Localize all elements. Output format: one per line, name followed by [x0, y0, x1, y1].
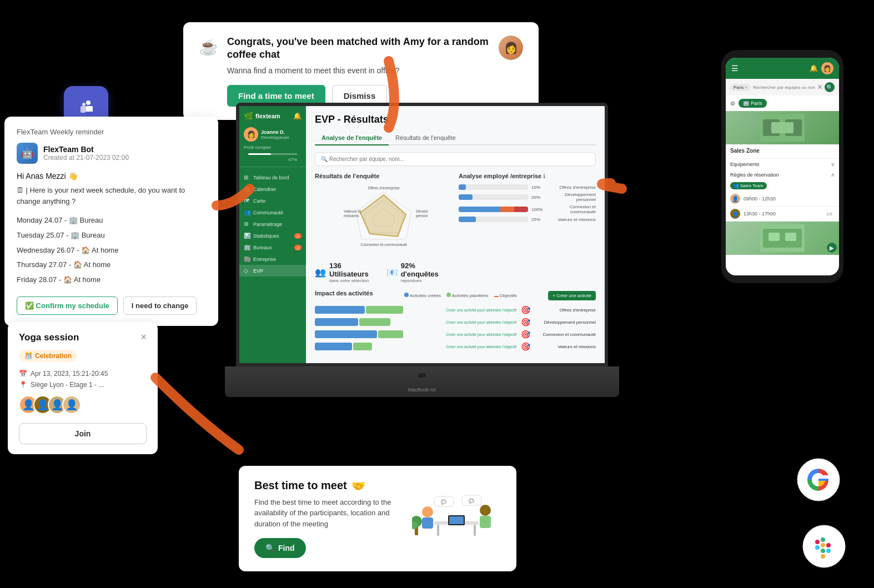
sidebar-label-map: Carte	[253, 198, 265, 204]
sidebar-label-stats: Statistiques	[253, 233, 279, 239]
stat-surveys-label: répondues	[401, 278, 452, 283]
find-button[interactable]: 🔍 Find	[254, 538, 306, 558]
phone-topbar-right: 🔔 👩	[810, 62, 833, 74]
schedule-thursday: Thursday 27.07 - 🏠 At home	[17, 258, 206, 273]
bar-pct-dev: 20%	[531, 195, 548, 200]
impact-row-connexion: Créer une activité pour atteindre l'obje…	[315, 330, 596, 339]
phone-topbar: ☰ 🔔 👩	[726, 58, 839, 79]
video-icon: ▶	[827, 243, 837, 253]
yoga-title: Yoga session	[19, 332, 79, 343]
laptop-screen: 🌿 flexteam 🔔 👩 Joanne D. Développeuse Pr…	[236, 103, 608, 366]
svg-rect-12	[437, 525, 439, 536]
notification-bell-icon[interactable]: 🔔	[293, 112, 302, 120]
meeting-illustration: 💬 💬	[412, 491, 501, 546]
offices-badge: △	[294, 245, 302, 250]
weekly-card-actions: ✅ Confirm my schedule I need to change	[17, 296, 206, 315]
chevron-up-icon: ∧	[831, 172, 835, 178]
tab-analyse[interactable]: Analyse de l'enquête	[315, 131, 389, 145]
close-button[interactable]: ×	[140, 332, 147, 342]
phone-search-icon[interactable]: 🔍	[825, 82, 835, 92]
impact-bar-planned-offres	[366, 306, 403, 314]
bar-label-connexion: Connexion et communauté	[551, 204, 596, 214]
svg-marker-4	[360, 195, 406, 237]
phone-bell-icon[interactable]: 🔔	[810, 64, 818, 72]
team-label: Sales Team	[740, 183, 764, 188]
slack-logo-container	[802, 524, 846, 569]
bar-fill-valeurs	[459, 217, 476, 222]
yoga-location-detail: 📍 Siège Lyon - Etage 1 - ...	[19, 381, 147, 389]
confirm-schedule-button[interactable]: ✅ Confirm my schedule	[17, 296, 118, 315]
user-details: Joanne D. Développeuse	[261, 129, 302, 140]
chevron-down-icon: ∨	[831, 161, 835, 167]
svg-rect-39	[821, 537, 825, 542]
sidebar-item-dashboard[interactable]: ⊞Tableau de bord	[239, 172, 306, 183]
bar-row-offres: 10% Offres d'entreprise	[459, 184, 596, 190]
best-time-description: Find the best time to meet according to …	[254, 497, 401, 530]
radar-chart: Offres d'entreprise Développement person…	[315, 184, 452, 256]
sidebar-item-map[interactable]: 🗺Carte	[239, 195, 306, 207]
sidebar-item-community[interactable]: 👥Communauté	[239, 207, 306, 218]
bar-row-dev: 20% Développement personnel	[459, 192, 596, 202]
bar-pct-offres: 10%	[531, 185, 548, 190]
sidebar-nav: ⊞Tableau de bord 📅Calendrier 🗺Carte 👥Com…	[239, 167, 306, 363]
search-clear-icon[interactable]: ×	[817, 82, 822, 92]
menu-icon[interactable]: ☰	[731, 64, 739, 73]
legend-created: Activités créées	[404, 293, 441, 298]
stat-users: 👥 136 Utilisateurs dans votre sélection	[315, 262, 380, 283]
schedule-wednesday: Wednesday 26.07 - 🏠 At home	[17, 243, 206, 258]
svg-point-16	[480, 505, 491, 516]
svg-rect-15	[422, 517, 433, 529]
room-1-info: Sales Zone	[726, 144, 839, 159]
coffee-icon: ☕	[199, 38, 218, 56]
impact-label-valeurs: Valeurs et missions	[535, 344, 596, 349]
yoga-location: Siège Lyon - Etage 1 - ...	[31, 381, 104, 389]
phone-search-bar: Paris × × 🔍	[726, 79, 839, 96]
change-schedule-button[interactable]: I need to change	[123, 296, 197, 315]
impact-label-offres: Offres d'entreprise	[535, 308, 596, 313]
bar-track-offres	[459, 184, 528, 190]
settings-icon: ⚙	[244, 221, 250, 227]
user-name: Joanne D.	[261, 129, 302, 135]
best-time-body: Best time to meet 🤝 Find the best time t…	[254, 479, 401, 559]
bar-fill-offres	[459, 184, 466, 190]
slot-2-avatar: 👤	[730, 209, 740, 219]
message-text: 🗓 | Here is your next week schedule, do …	[17, 185, 206, 207]
sales-team-badge: 👥 Sales Team	[730, 182, 767, 189]
bar-track-connexion	[459, 207, 528, 212]
app-tabs: Analyse de l'enquête Résultats de l'enqu…	[315, 131, 596, 145]
join-button[interactable]: Join	[19, 423, 147, 444]
celebration-emoji: 🎊	[24, 352, 33, 360]
bar-pct-valeurs: 25%	[531, 217, 548, 222]
equipment-row[interactable]: Equipements ∨	[726, 159, 839, 169]
app-sidebar: 🌿 flexteam 🔔 👩 Joanne D. Développeuse Pr…	[239, 106, 306, 363]
search-icon: 🔍	[265, 544, 275, 552]
bar-row-valeurs: 25% Valeurs et missions	[459, 217, 596, 222]
bar-track-dev	[459, 194, 528, 200]
svg-text:Offres d'entreprise: Offres d'entreprise	[368, 186, 399, 190]
create-activity-button[interactable]: + Créer une activité	[548, 291, 596, 300]
phone-search-input[interactable]	[753, 85, 815, 90]
phone-topbar-left: ☰	[731, 64, 739, 73]
sidebar-user-info: 👩 Joanne D. Développeuse	[244, 124, 302, 145]
sidebar-item-settings[interactable]: ⚙Paramétrage	[239, 218, 306, 230]
svg-rect-30	[771, 122, 793, 133]
sidebar-item-offices[interactable]: 🏢Bureaux△	[239, 242, 306, 253]
room-1-image	[726, 111, 839, 144]
bar-fill-connexion	[459, 207, 528, 212]
sidebar-item-evp[interactable]: ◇EVP	[239, 265, 306, 277]
sidebar-label-community: Communauté	[253, 210, 283, 215]
sidebar-item-stats[interactable]: 📊Statistiques△	[239, 230, 306, 242]
impact-bar-planned-valeurs	[353, 343, 372, 350]
filter-icon: ⚙	[730, 100, 735, 107]
sidebar-item-company[interactable]: 🏬Entreprise	[239, 253, 306, 265]
paris-filter-badge[interactable]: 🏢 Paris	[739, 99, 767, 108]
svg-rect-17	[480, 516, 491, 528]
tag-close-icon[interactable]: ×	[745, 85, 747, 90]
booking-slot-1: 👤 09h00 - 12h30	[726, 192, 839, 207]
tab-results[interactable]: Résultats de l'enquête	[389, 131, 463, 145]
svg-rect-26	[449, 516, 464, 524]
paris-search-tag[interactable]: Paris ×	[730, 84, 751, 91]
search-input[interactable]	[315, 152, 596, 166]
sidebar-item-calendar[interactable]: 📅Calendrier	[239, 183, 306, 195]
bot-avatar: 🤖	[17, 143, 38, 164]
